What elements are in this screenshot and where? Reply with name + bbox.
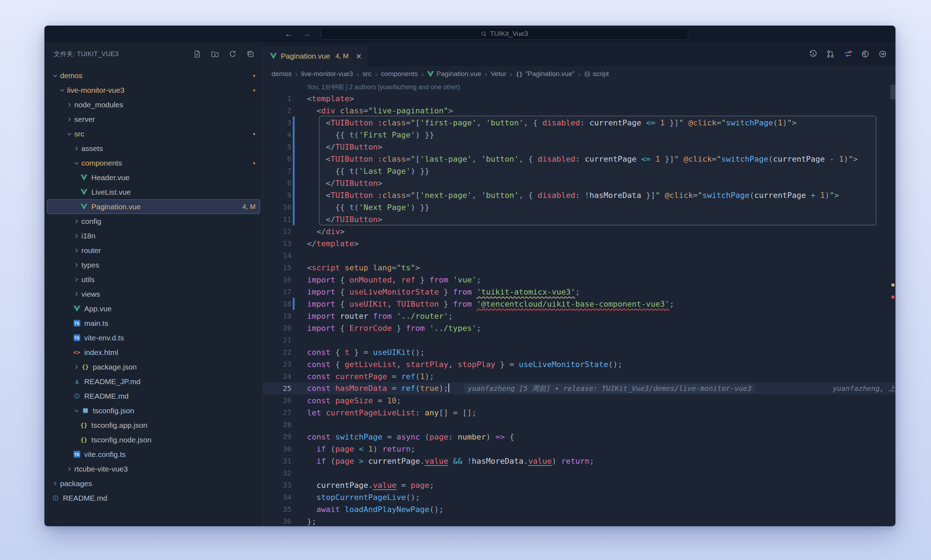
history-button[interactable]	[809, 50, 817, 58]
close-tab-button[interactable]: ×	[356, 52, 362, 61]
tree-item-src[interactable]: src●	[47, 126, 260, 141]
command-center-search[interactable]: TUIKit_Vue3	[320, 28, 688, 40]
code-line-20[interactable]: 20import { ErrorCode } from '../types';	[263, 322, 896, 334]
tree-item-README.md[interactable]: README.md	[47, 389, 260, 403]
code-line-19[interactable]: 19import router from '../router';	[263, 310, 896, 322]
scrollbar-thumb[interactable]	[891, 85, 896, 100]
breadcrumb-item-src[interactable]: src	[362, 70, 371, 78]
code-line-28[interactable]: 28	[263, 418, 896, 431]
chevron-right-icon	[65, 102, 74, 108]
tree-item-types[interactable]: types	[47, 258, 260, 272]
tree-item-README_JP.md[interactable]: README_JP.md	[47, 374, 260, 389]
tree-item-server[interactable]: server	[47, 112, 260, 126]
tree-item-tsconfig.node.json[interactable]: {}tsconfig.node.json	[47, 432, 260, 447]
code-line-35[interactable]: 35 await loadAndPlayNewPage();	[263, 503, 896, 515]
code-line-23[interactable]: 23const { getLiveList, startPlay, stopPl…	[263, 358, 896, 370]
code-line-1[interactable]: 1<template>	[263, 92, 896, 105]
tree-item-index.html[interactable]: <>index.html	[47, 345, 260, 360]
breadcrumb-item-script[interactable]: script	[584, 70, 609, 78]
back-button[interactable]: ←	[285, 29, 293, 39]
code-line-25[interactable]: 25const hasMoreData = ref(true);yuanfazh…	[263, 382, 896, 394]
vue-icon	[72, 306, 82, 312]
breadcrumb-item-Pagination.vue[interactable]: Pagination.vue	[427, 70, 481, 78]
code-line-8[interactable]: 8 </TUIButton>	[263, 177, 896, 189]
code-line-14[interactable]: 14	[263, 249, 896, 262]
tree-item-node_modules[interactable]: node_modules	[47, 97, 260, 112]
line-number: 21	[263, 336, 291, 344]
code-line-13[interactable]: 13</template>	[263, 237, 896, 249]
code-text: let currentPageLiveList: any[] = [];	[295, 408, 477, 417]
code-line-22[interactable]: 22const { t } = useUIKit();	[263, 346, 896, 358]
tree-item-rtcube-vite-vue3[interactable]: rtcube-vite-vue3	[47, 462, 260, 476]
tree-item-utils[interactable]: utils	[47, 272, 260, 287]
code-text: };	[295, 517, 317, 526]
collapse-all-button[interactable]	[246, 50, 255, 58]
breadcrumb-item-live-monitor-vue3[interactable]: live-monitor-vue3	[301, 70, 353, 78]
new-file-button[interactable]	[193, 50, 202, 58]
tree-item-App.vue[interactable]: App.vue	[47, 301, 260, 316]
refresh-button[interactable]	[228, 50, 237, 58]
tree-item-LiveList.vue[interactable]: LiveList.vue	[47, 185, 260, 199]
tree-item-config[interactable]: config	[47, 214, 260, 228]
code-line-15[interactable]: 15<script setup lang="ts">	[263, 262, 896, 274]
tree-item-vite.config.ts[interactable]: TSvite.config.ts	[47, 447, 260, 462]
breadcrumb-separator-icon: ›	[578, 70, 581, 78]
tree-item-components[interactable]: components●	[47, 155, 260, 170]
editor-scrollbar[interactable]	[891, 66, 896, 526]
compare-button[interactable]	[843, 50, 852, 58]
forward-button[interactable]: →	[302, 29, 311, 39]
code-line-6[interactable]: 6 <TUIButton :class="['last-page', 'butt…	[263, 153, 896, 165]
tree-item-vite-env.d.ts[interactable]: TSvite-env.d.ts	[47, 331, 260, 345]
code-line-26[interactable]: 26const pageSize = 10;	[263, 394, 896, 406]
code-line-18[interactable]: 18import { useUIKit, TUIButton } from '@…	[263, 298, 896, 310]
source-control-button[interactable]	[826, 50, 835, 58]
open-changes-button[interactable]	[861, 50, 869, 58]
code-line-34[interactable]: 34 stopCurrentPageLive();	[263, 491, 896, 503]
tree-item-main.ts[interactable]: TSmain.ts	[47, 316, 260, 331]
code-line-5[interactable]: 5 </TUIButton>	[263, 141, 896, 153]
tree-item-tsconfig.app.json[interactable]: {}tsconfig.app.json	[47, 418, 260, 432]
breadcrumb-item-Vetur[interactable]: Vetur	[491, 70, 506, 78]
tree-item-demos[interactable]: demos●	[47, 68, 260, 83]
new-folder-button[interactable]	[211, 50, 219, 58]
code-line-2[interactable]: 2 <div class="live-pagination">	[263, 105, 896, 117]
code-line-11[interactable]: 11 </TUIButton>	[263, 213, 896, 225]
tree-item-assets[interactable]: assets	[47, 141, 260, 155]
tree-item-tsconfig.json[interactable]: tsconfig.json	[47, 403, 260, 418]
code-line-31[interactable]: 31 if (page > currentPage.value && !hasM…	[263, 455, 896, 467]
breadcrumb-item-Pagination.vue[interactable]: {}"Pagination.vue"	[516, 70, 575, 78]
tree-item-i18n[interactable]: i18n	[47, 228, 260, 243]
code-line-32[interactable]: 32	[263, 467, 896, 479]
code-line-29[interactable]: 29const switchPage = async (page: number…	[263, 431, 896, 443]
breadcrumb-item-components[interactable]: components	[381, 70, 418, 78]
header-row: 文件夹: TUIKIT_VUE3 Pagination.vue 4, M ×	[45, 42, 896, 66]
code-line-9[interactable]: 9 <TUIButton :class="['next-page', 'butt…	[263, 189, 896, 201]
tree-item-README.md[interactable]: README.md	[47, 491, 260, 505]
tree-item-packages[interactable]: packages	[47, 476, 260, 491]
code-line-21[interactable]: 21	[263, 334, 896, 346]
code-line-27[interactable]: 27let currentPageLiveList: any[] = [];	[263, 406, 896, 418]
code-line-7[interactable]: 7 {{ t('Last Page') }}	[263, 165, 896, 177]
code-line-24[interactable]: 24const currentPage = ref(1);	[263, 370, 896, 382]
code-line-10[interactable]: 10 {{ t('Next Page') }}	[263, 201, 896, 213]
tree-item-label: README.md	[84, 392, 129, 400]
code-line-3[interactable]: 3 <TUIButton :class="['first-page', 'but…	[263, 117, 896, 129]
tree-item-package.json[interactable]: {}package.json	[47, 360, 260, 374]
codelens-authors[interactable]: You, 1分钟前 | 2 authors (yuanfazheng and o…	[263, 82, 896, 92]
tree-item-views[interactable]: views	[47, 287, 260, 301]
breadcrumb-item-demos[interactable]: demos	[271, 70, 292, 78]
code-line-17[interactable]: 17import { useLiveMonitorState } from 't…	[263, 286, 896, 298]
code-line-36[interactable]: 36};	[263, 515, 896, 526]
go-to-file-button[interactable]	[879, 50, 887, 58]
code-line-4[interactable]: 4 {{ t('First Page') }}	[263, 129, 896, 141]
tree-item-Header.vue[interactable]: Header.vue	[47, 170, 260, 185]
code-line-12[interactable]: 12 </div>	[263, 225, 896, 237]
tab-pagination-vue[interactable]: Pagination.vue 4, M ×	[263, 46, 369, 66]
code-line-16[interactable]: 16import { onMounted, ref } from 'vue';	[263, 274, 896, 286]
tree-item-Pagination.vue[interactable]: Pagination.vue4, M	[47, 199, 260, 214]
code-line-33[interactable]: 33 currentPage.value = page;	[263, 479, 896, 491]
tree-item-live-monitor-vue3[interactable]: live-monitor-vue3●	[47, 83, 260, 97]
tree-item-router[interactable]: router	[47, 243, 260, 258]
code-line-30[interactable]: 30 if (page < 1) return;	[263, 443, 896, 455]
breadcrumb-label: src	[362, 70, 371, 78]
